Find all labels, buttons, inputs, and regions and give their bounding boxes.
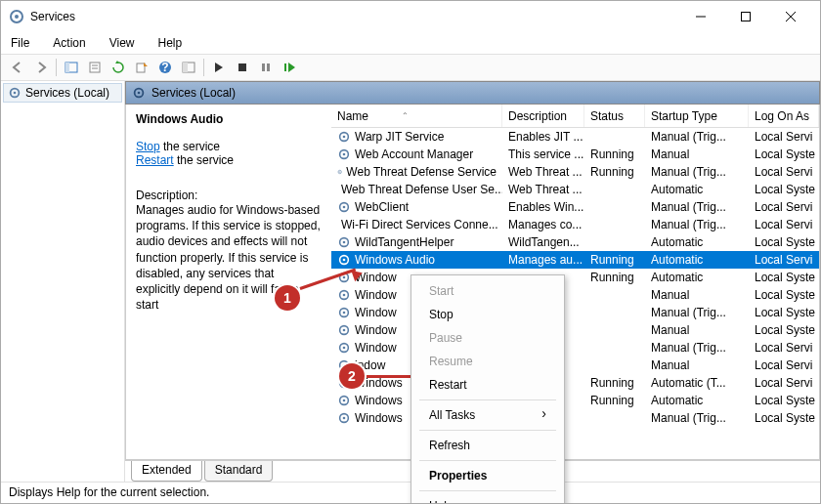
menu-help[interactable]: Help (154, 34, 187, 52)
table-row[interactable]: Warp JIT ServiceEnables JIT ...Manual (T… (331, 128, 819, 146)
show-hide-tree-button[interactable] (61, 57, 82, 78)
cell-logon: Local Syste (749, 306, 819, 319)
refresh-button[interactable] (108, 57, 129, 78)
cell-startup: Automatic (645, 253, 749, 267)
ctx-separator (419, 399, 556, 400)
tree-item-label: Services (Local) (25, 86, 109, 100)
cell-logon: Local Servi (749, 200, 819, 214)
table-row[interactable]: Web Account ManagerThis service ...Runni… (331, 146, 819, 163)
maximize-button[interactable] (724, 3, 767, 30)
restart-link[interactable]: Restart (136, 153, 174, 167)
svg-point-45 (343, 312, 346, 315)
detail-stop-line: Stop the service (136, 140, 322, 153)
restart-service-button[interactable] (279, 57, 300, 78)
svg-point-39 (343, 259, 346, 262)
ctx-separator (419, 460, 556, 461)
cell-startup: Automatic (645, 183, 749, 196)
table-row[interactable]: Wi-Fi Direct Services Conne...Manages co… (331, 216, 819, 233)
svg-rect-17 (262, 63, 265, 71)
titlebar: Services (1, 1, 820, 32)
col-startup[interactable]: Startup Type (645, 105, 749, 127)
ctx-all-tasks[interactable]: All Tasks (411, 403, 564, 427)
table-row[interactable]: Windowes Wi...ManualLocal Syste (331, 286, 819, 304)
table-row[interactable]: Web Threat Defense User Se...Web Threat … (331, 181, 819, 198)
ctx-help[interactable]: Help (411, 494, 564, 504)
help-button[interactable]: ? (154, 57, 176, 78)
cell-startup: Automatic (645, 394, 749, 407)
cell-name: Web Threat Defense Service (331, 165, 502, 179)
svg-rect-7 (65, 63, 69, 72)
menu-file[interactable]: File (7, 34, 33, 52)
cell-startup: Manual (Trig... (645, 411, 749, 425)
tree-item-services-local[interactable]: Services (Local) (3, 83, 122, 103)
minimize-button[interactable] (679, 3, 722, 30)
annotation-callout-1: 1 (275, 285, 300, 311)
svg-rect-8 (90, 63, 100, 72)
close-button[interactable] (769, 3, 812, 30)
svg-point-27 (343, 153, 346, 156)
back-button[interactable] (7, 57, 28, 78)
cell-logon: Local Servi (749, 376, 819, 390)
cell-startup: Manual (645, 288, 749, 302)
cell-logon: Local Syste (749, 323, 819, 337)
col-logon[interactable]: Log On As (749, 105, 819, 127)
band-title: Services (Local) (151, 86, 236, 100)
ctx-properties[interactable]: Properties (411, 464, 564, 487)
detail-restart-line: Restart the service (136, 153, 322, 167)
start-service-button[interactable] (208, 57, 230, 78)
ctx-refresh[interactable]: Refresh (411, 434, 564, 457)
cell-logon: Local Servi (749, 218, 819, 231)
cell-startup: Manual (Trig... (645, 130, 749, 144)
svg-point-57 (343, 417, 346, 420)
column-headers: Name⌃ Description Status Startup Type Lo… (331, 105, 819, 128)
cell-name: Windows Audio (331, 253, 502, 267)
stop-service-button[interactable] (232, 57, 253, 78)
ctx-stop[interactable]: Stop (411, 303, 564, 326)
tab-standard[interactable]: Standard (204, 461, 274, 482)
svg-point-47 (343, 329, 346, 332)
svg-point-43 (343, 294, 346, 297)
cell-logon: Local Servi (749, 253, 819, 267)
svg-point-55 (343, 399, 346, 402)
table-row[interactable]: Windowsws D...RunningAutomaticLocal Syst… (331, 392, 819, 409)
context-menu: Start Stop Pause Resume Restart All Task… (410, 274, 565, 504)
menu-action[interactable]: Action (49, 34, 89, 52)
cell-desc: Enables JIT ... (502, 130, 584, 144)
svg-rect-3 (742, 13, 751, 21)
svg-point-21 (14, 92, 17, 95)
col-status[interactable]: Status (584, 105, 645, 127)
table-row[interactable]: WebClientEnables Win...Manual (Trig...Lo… (331, 198, 819, 216)
svg-point-49 (343, 347, 346, 350)
table-row[interactable]: Web Threat Defense ServiceWeb Threat ...… (331, 163, 819, 181)
export-button[interactable] (131, 57, 152, 78)
table-row[interactable]: WildTangentHelperWildTangen...AutomaticL… (331, 233, 819, 251)
tab-extended[interactable]: Extended (131, 461, 202, 482)
table-row[interactable]: Windowors th...Manual (Trig...Local Serv… (331, 339, 819, 357)
cell-startup: Manual (645, 323, 749, 337)
forward-button[interactable] (30, 57, 52, 78)
ctx-restart[interactable]: Restart (411, 373, 564, 397)
cell-desc: This service ... (502, 147, 584, 161)
table-row[interactable]: Windows mul...ManualLocal Syste (331, 321, 819, 339)
cell-name: Web Threat Defense User Se... (331, 183, 502, 196)
col-description[interactable]: Description (502, 105, 584, 127)
detail-heading: Windows Audio (136, 112, 223, 126)
cell-logon: Local Servi (749, 130, 819, 144)
detail-pane-button[interactable] (178, 57, 199, 78)
table-row[interactable]: Windowes au...RunningAutomaticLocal Syst… (331, 269, 819, 286)
cell-logon: Local Syste (749, 394, 819, 407)
table-row[interactable]: Windowsws E...Manual (Trig...Local Syste (331, 409, 819, 427)
cell-name: WildTangentHelper (331, 235, 502, 249)
detail-desc-label: Description: (136, 189, 322, 202)
pause-service-button[interactable] (255, 57, 277, 78)
ctx-pause: Pause (411, 326, 564, 350)
table-row[interactable]: indowSVC n...ManualLocal Servi (331, 357, 819, 374)
menu-view[interactable]: View (106, 34, 139, 52)
col-name[interactable]: Name⌃ (331, 105, 502, 127)
stop-link[interactable]: Stop (136, 140, 160, 153)
table-row[interactable]: Windowndo...Manual (Trig...Local Syste (331, 304, 819, 321)
cell-startup: Automatic (645, 271, 749, 284)
cell-status: Running (584, 147, 645, 161)
properties-button[interactable] (84, 57, 106, 78)
table-row[interactable]: Windows AudioManages au...RunningAutomat… (331, 251, 819, 269)
